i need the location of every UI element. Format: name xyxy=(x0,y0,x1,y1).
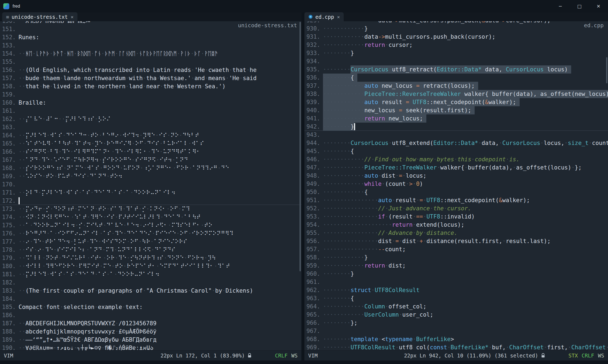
code-line[interactable]: 160.Braille: xyxy=(0,99,301,107)
code-line[interactable]: 159. xyxy=(0,90,301,99)
whitespace-indicator[interactable]: WS xyxy=(291,353,298,359)
code-line[interactable]: 188.··abcdefghijklmnopqrstuvwxyz·£©µÀÆÖÞ… xyxy=(0,327,301,336)
code-line[interactable]: 959.············return·dist; xyxy=(304,262,608,270)
code-line[interactable]: 189.··–—‘“”„†•…‰™œŠŸž€·ΑΒΓΔΩαβγδω·АБВГДа… xyxy=(0,336,301,344)
code-area[interactable]: 150.··እግርህን·በፍራሽህ·ልክ·ዘርጋ።151.152.Runes:1… xyxy=(0,21,301,350)
code-line[interactable]: 169.··⠡⠕⠎⠑·⠞⠕·⠏⠥⠞·⠙⠊⠎·⠙⠁⠝⠙·⠞⠕⠲ xyxy=(0,172,301,180)
line-ending-indicator[interactable]: CRLF xyxy=(275,353,287,359)
code-line[interactable]: 930.············} xyxy=(304,25,608,33)
code-line[interactable]: 168.··⡎⠊⠗⠕⠕⠛⠑⠰⠎·⠝⠁⠍⠑·⠺⠁⠎·⠛⠕⠕⠙·⠥⠏⠕⠝·⠰⡡⠁⠝⠛… xyxy=(0,164,301,172)
code-line[interactable]: 954.····················return·extend(lo… xyxy=(304,221,608,229)
close-icon[interactable]: ✕ xyxy=(337,14,340,20)
code-line[interactable]: 965.············UserColumn·user_col; xyxy=(304,311,608,319)
code-line[interactable]: 961. xyxy=(304,278,608,286)
close-button[interactable]: ✕ xyxy=(589,0,608,12)
code-line[interactable]: 163. xyxy=(0,123,301,131)
code-line[interactable]: 158.··that·he·lived·in·the·northern·land… xyxy=(0,82,301,90)
code-line[interactable]: 176.··⠗⠑⠛⠜⠙·⠁·⠊⠕⠋⠋⠔⠤⠝⠁⠊⠇·⠁⠎·⠹⠑·⠙⠑⠁⠙⠑⠌·⠏⠊… xyxy=(0,229,301,238)
tab-unicode-stress-txt[interactable]: ≡ unicode-stress.txt ✕ xyxy=(2,12,77,21)
code-line[interactable]: 177.··⠔·⠹⠑·⠞⠗⠁⠙⠑⠲·⡃⠥⠞·⠹⠑·⠺⠊⠎⠙⠕⠍·⠕⠋·⠳⠗·⠁⠝… xyxy=(0,238,301,246)
code-line[interactable]: 185.Compact·font·selection·example·text: xyxy=(0,303,301,311)
code-line[interactable]: 174.··⠪⠝·⠅⠝⠪⠇⠫⠛⠑⠂·⠱⠁⠞·⠹⠻⠑·⠊⠎·⠏⠜⠞⠊⠊⠥⠇⠜⠇⠹·… xyxy=(0,213,301,221)
code-line[interactable]: 936.········{ xyxy=(304,74,608,82)
code-line[interactable]: 967. xyxy=(304,327,608,335)
code-line[interactable]: 165.··⠱⠁⠞⠑⠧⠻·⠁⠃⠳⠞·⠹⠁⠞⠲·⡹⠑·⠗⠑⠛⠊⠌⠻·⠕⠋·⠙⠊⠎·… xyxy=(0,139,301,148)
code-line[interactable]: 933.········} xyxy=(304,49,608,57)
code-line[interactable]: 966.········}; xyxy=(304,319,608,327)
code-line[interactable]: 955.················//·Advance·by·distan… xyxy=(304,229,608,237)
code-line[interactable]: 173.··⡍⠔⠙⠖·⡊·⠙⠕⠝⠰⠞·⠍⠑⠁⠝·⠞⠕·⠎⠁⠹·⠹⠁⠞·⡊·⠅⠝⠪… xyxy=(0,205,301,213)
code-line[interactable]: 182. xyxy=(0,278,301,287)
code-line[interactable]: 157.··bude·thaem·lande·northweardum·with… xyxy=(0,74,301,82)
code-line[interactable]: 153. xyxy=(0,41,301,50)
code-line[interactable]: 167.··⠁⠝⠙·⠹⠑·⠡⠊⠑⠋·⠍⠳⠗⠝⠻⠲·⡎⠊⠗⠕⠕⠛⠑·⠎⠊⠛⠝⠫·⠊… xyxy=(0,156,301,164)
code-line[interactable]: 935.········CursorLocus·utf8_retract(Edi… xyxy=(304,65,608,74)
code-line[interactable]: 932.············return·cursor; xyxy=(304,41,608,49)
code-line[interactable]: 944.········CursorLocus·utf8_extend(Edit… xyxy=(304,139,608,147)
code-line[interactable]: 150.··እግርህን·በፍራሽህ·ልክ·ዘርጋ። xyxy=(0,21,301,25)
code-line[interactable]: 960.········} xyxy=(304,270,608,278)
code-line[interactable]: 179.··⠩⠁⠇⠇·⠝⠕⠞·⠙⠊⠌⠥⠗⠃·⠊⠞⠂·⠕⠗·⠹⠑·⡊⠳⠝⠞⠗⠹⠰⠎… xyxy=(0,254,301,262)
code-line[interactable]: 949.············while·(count·>·0) xyxy=(304,180,608,188)
code-line[interactable]: 946.············//·Find·out·how·many·byt… xyxy=(304,155,608,163)
right-editor[interactable]: 929.················data->multi_cursors.… xyxy=(304,21,608,350)
close-icon[interactable]: ✕ xyxy=(71,14,73,20)
code-line[interactable]: 929.················data->multi_cursors.… xyxy=(304,21,608,25)
code-line[interactable]: 151. xyxy=(0,25,301,33)
code-line[interactable]: 170. xyxy=(0,180,301,189)
code-line[interactable]: 931.············data->multi_cursors.push… xyxy=(304,33,608,41)
scrollbar-thumb[interactable] xyxy=(606,57,607,83)
code-line[interactable]: 957.················--count; xyxy=(304,245,608,253)
code-line[interactable]: 942.········} xyxy=(304,123,608,131)
code-line[interactable]: 968.········template·<typename·BufferLik… xyxy=(304,335,608,343)
code-line[interactable]: 180.··⠺⠊⠇⠇·⠹⠻⠑⠋⠕⠗⠑·⠏⠻⠍⠊⠞·⠍⠑·⠞⠕·⠗⠑⠏⠑⠁⠞⠂·⠑… xyxy=(0,262,301,270)
code-line[interactable]: 175.··⠁·⠙⠕⠕⠗⠤⠝⠁⠊⠇⠲·⡊·⠍⠊⠣⠞·⠙⠁⠧⠑·⠃⠑⠲·⠔⠊⠇⠔⠫… xyxy=(0,221,301,229)
code-line[interactable]: 938.············PieceTree::ReverseTreeWa… xyxy=(304,90,608,98)
titlebar[interactable]: fred ─ □ ✕ xyxy=(0,0,608,12)
code-line[interactable]: 172. xyxy=(0,197,301,205)
maximize-button[interactable]: □ xyxy=(570,0,589,12)
right-scrollbar[interactable] xyxy=(605,21,608,350)
code-line[interactable]: 156.··(Old·English,·which·transcribed·in… xyxy=(0,66,301,74)
line-ending-indicator[interactable]: CRLF xyxy=(582,353,594,359)
code-line[interactable]: 166.··⠎⠊⠛⠝⠫·⠃⠹·⠹⠑·⠊⠇⠻⠛⠹⠍⠁⠝⠂·⠹⠑·⠊⠇⠻⠅⠂·⠹⠑·… xyxy=(0,148,301,156)
code-line[interactable]: 178.··⠊⠎·⠔·⠹⠑·⠎⠊⠍⠊⠇⠑⠆·⠁⠝⠙·⠍⠹·⠥⠝⠙⠁⠇⠇⠪⠫·⠙⠁… xyxy=(0,246,301,254)
code-line[interactable]: 161. xyxy=(0,107,301,115)
code-line[interactable]: 162.··⡌⠁⠧⠑·⠼⠁⠒··⡍⠜⠇⠑⠹⠰⠎·⡣⠕⠌ xyxy=(0,115,301,123)
code-line[interactable]: 947.············PieceTree::TreeWalker·wa… xyxy=(304,163,608,172)
code-line[interactable]: 962.········struct·UTF8ColResult xyxy=(304,286,608,294)
whitespace-indicator[interactable]: WS xyxy=(598,353,604,359)
code-line[interactable]: 964.············Column·offset_col; xyxy=(304,302,608,311)
code-line[interactable]: 950.············{ xyxy=(304,188,608,196)
encoding-indicator[interactable]: STX xyxy=(568,353,578,359)
code-line[interactable]: 934. xyxy=(304,57,608,65)
code-line[interactable]: 937.············auto·new_locus·=·retract… xyxy=(304,82,608,90)
code-line[interactable]: 152.Runes: xyxy=(0,33,301,41)
code-line[interactable]: 953.················if·(result·==·UTF8::… xyxy=(304,213,608,221)
code-line[interactable]: 181.··⡍⠜⠇⠑⠹·⠺⠁⠎·⠁⠎·⠙⠑⠁⠙·⠁⠎·⠁·⠙⠕⠕⠗⠤⠝⠁⠊⠇⠲ xyxy=(0,270,301,278)
code-line[interactable]: 952.················//·Just·advance·the·… xyxy=(304,204,608,213)
pane-divider[interactable] xyxy=(301,12,304,360)
code-line[interactable]: 164.··⡍⠜⠇⠑⠹·⠺⠁⠎·⠙⠑⠁⠙⠒·⠞⠕·⠃⠑⠛⠔·⠺⠊⠹⠲·⡹⠻⠑·⠊… xyxy=(0,131,301,139)
code-line[interactable]: 190.··∀∂∈ℝ∧∪≡∞·↑↗↨↻⇣·┐┼╔╘►☺♀·ﬁ�⑀₂ἠḂӥḄɐː⍎… xyxy=(0,344,301,350)
left-scrollbar[interactable] xyxy=(299,21,301,350)
code-line[interactable]: 155. xyxy=(0,58,301,66)
code-line[interactable]: 958.············} xyxy=(304,253,608,262)
left-editor[interactable]: 150.··እግርህን·በፍራሽህ·ልክ·ዘርጋ።151.152.Runes:1… xyxy=(0,21,301,350)
code-line[interactable]: 940.············new_locus·=·seek(result.… xyxy=(304,106,608,114)
code-line[interactable]: 171.··⡕⠇⠙·⡍⠜⠇⠑⠹·⠺⠁⠎·⠁⠎·⠙⠑⠁⠙·⠁⠎·⠁·⠙⠕⠕⠗⠤⠝⠁… xyxy=(0,189,301,197)
code-line[interactable]: 939.············auto·result·=·UTF8::next… xyxy=(304,98,608,106)
code-line[interactable]: 943. xyxy=(304,131,608,139)
tab-ed-cpp[interactable]: ed.cpp ✕ xyxy=(304,12,344,21)
code-line[interactable]: 186. xyxy=(0,311,301,319)
code-line[interactable]: 969.········UTF8ColResult·utf8_col(const… xyxy=(304,343,608,350)
code-line[interactable]: 184. xyxy=(0,295,301,303)
code-line[interactable]: 187.··ABCDEFGHIJKLMNOPQRSTUVWXYZ·/012345… xyxy=(0,319,301,327)
code-line[interactable]: 951.················auto·result·=·UTF8::… xyxy=(304,196,608,204)
code-line[interactable]: 948.············auto·dist·=·locus; xyxy=(304,172,608,180)
code-line[interactable]: 945.········{ xyxy=(304,147,608,155)
code-line[interactable]: 183.··(The·first·couple·of·paragraphs·of… xyxy=(0,287,301,295)
code-line[interactable]: 941.············return·new_locus; xyxy=(304,114,608,123)
code-line[interactable]: 963.········{ xyxy=(304,294,608,302)
code-area[interactable]: 929.················data->multi_cursors.… xyxy=(304,21,608,350)
